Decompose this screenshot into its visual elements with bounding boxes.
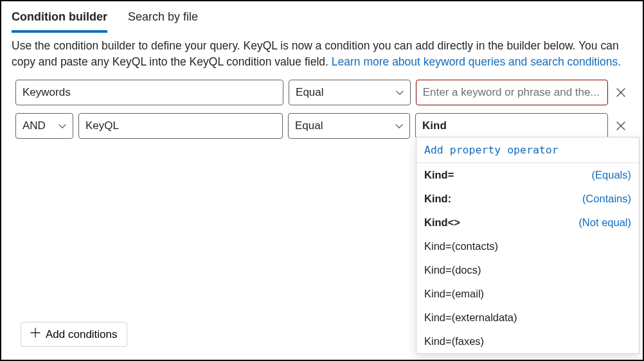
- tab-condition-builder[interactable]: Condition builder: [12, 6, 107, 33]
- operator-hint: (Equals): [592, 169, 631, 181]
- suggestions-dropdown: Add property operator Kind= (Equals) Kin…: [416, 137, 640, 354]
- condition-row-2: AND KeyQL Equal Kind: [15, 113, 629, 139]
- add-conditions-button[interactable]: Add conditions: [21, 322, 127, 347]
- keyql-value-text: Kind: [422, 119, 447, 132]
- learn-more-link[interactable]: Learn more about keyword queries and sea…: [332, 55, 621, 68]
- value-option[interactable]: Kind=(docs): [416, 258, 639, 282]
- operator-option-equals[interactable]: Kind= (Equals): [416, 163, 639, 187]
- operator-select[interactable]: Equal: [288, 113, 410, 139]
- field-select[interactable]: Keywords: [15, 80, 283, 105]
- operator-label: Kind<>: [424, 216, 460, 229]
- value-option[interactable]: Kind=(faxes): [416, 330, 639, 353]
- value-label: Kind=(email): [424, 288, 484, 300]
- conditions-area: Keywords Equal Enter a keyword or phrase…: [1, 80, 643, 139]
- remove-row-button[interactable]: [613, 87, 629, 98]
- operator-option-contains[interactable]: Kind: (Contains): [416, 187, 639, 211]
- logic-select[interactable]: AND: [15, 113, 73, 139]
- operator-select[interactable]: Equal: [289, 80, 411, 105]
- value-option[interactable]: Kind=(externaldata): [416, 306, 639, 330]
- value-input-placeholder: Enter a keyword or phrase and the...: [423, 86, 600, 99]
- operator-option-not-equal[interactable]: Kind<> (Not equal): [416, 211, 639, 234]
- chevron-down-icon: [396, 87, 404, 98]
- description-text: Use the condition builder to define your…: [1, 33, 643, 80]
- suggestions-header[interactable]: Add property operator: [416, 137, 639, 163]
- operator-hint: (Contains): [582, 193, 631, 205]
- add-conditions-label: Add conditions: [46, 328, 118, 341]
- field-select-value: KeyQL: [85, 119, 119, 132]
- value-option[interactable]: Kind=(email): [416, 282, 639, 306]
- tabs: Condition builder Search by file: [1, 1, 643, 33]
- value-label: Kind=(docs): [424, 264, 481, 276]
- operator-select-value: Equal: [296, 86, 323, 99]
- condition-row-1: Keywords Equal Enter a keyword or phrase…: [15, 80, 629, 105]
- keyql-value-input[interactable]: Kind: [415, 113, 608, 139]
- operator-select-value: Equal: [295, 119, 323, 132]
- operator-label: Kind:: [424, 193, 451, 205]
- value-option[interactable]: Kind=(contacts): [416, 234, 639, 258]
- field-select-value: Keywords: [22, 86, 71, 99]
- value-input[interactable]: Enter a keyword or phrase and the...: [416, 80, 608, 105]
- remove-row-button[interactable]: [613, 121, 629, 131]
- value-label: Kind=(externaldata): [424, 312, 517, 324]
- operator-hint: (Not equal): [578, 216, 631, 229]
- field-select[interactable]: KeyQL: [78, 113, 283, 139]
- tab-search-by-file[interactable]: Search by file: [128, 6, 198, 33]
- chevron-down-icon: [58, 121, 66, 131]
- chevron-down-icon: [395, 121, 403, 131]
- value-label: Kind=(contacts): [424, 240, 498, 252]
- operator-label: Kind=: [424, 169, 454, 181]
- plus-icon: [30, 328, 40, 341]
- logic-select-value: AND: [22, 119, 46, 132]
- value-label: Kind=(faxes): [424, 335, 484, 348]
